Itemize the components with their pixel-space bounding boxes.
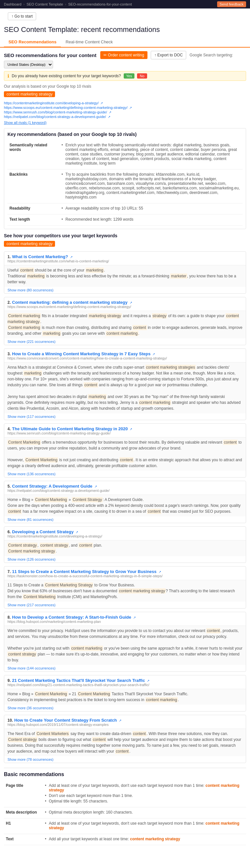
- result-show-more-3[interactable]: Show more (117 occurrences): [4, 413, 246, 420]
- result-excerpt-7: 11 Steps to Create a Content Marketing S…: [4, 580, 246, 602]
- basic-recommendations-section: Basic recommendations Page title Add at …: [4, 768, 246, 845]
- yes-button[interactable]: Yes: [124, 73, 135, 79]
- textlength-content: Recommended text length: 1299 words: [60, 215, 243, 225]
- result-show-more-8[interactable]: Show more (144 occurrences): [4, 665, 246, 672]
- tab-realtime-check[interactable]: Real-time Content Check: [61, 37, 117, 48]
- show-rivals-link[interactable]: Show all rivals (1 keyword): [4, 121, 46, 125]
- backlinks-row: Backlinks Try to acquire backlinks from …: [7, 169, 243, 204]
- result-item-4: 4. The Ultimate Guide to Content Marketi…: [4, 424, 246, 477]
- rival-link-1[interactable]: https://contentmarketinginstitute.com/de…: [4, 101, 99, 105]
- result-url-9: https://neilpatel.com/blog/21-content-ma…: [4, 683, 246, 689]
- tab-seo-recommendations[interactable]: SEO Recommendations: [4, 37, 61, 48]
- result-link-1[interactable]: What is Content Marketing?: [12, 254, 68, 259]
- meta-desc-label: Meta description: [4, 807, 43, 818]
- result-item-3: 3. How to Create a Winning Content Marke…: [4, 348, 246, 420]
- result-link-4[interactable]: The Ultimate Guide to Content Marketing …: [12, 426, 128, 431]
- analysis-note: Our analysis is based on your Google top…: [4, 84, 246, 89]
- result-item-10: 10. How to Create Your Content Strategy …: [4, 715, 246, 763]
- result-link-10[interactable]: How to Create Your Content Strategy From…: [14, 718, 117, 723]
- page-title: SEO Content Template: recent recommendat…: [4, 25, 246, 34]
- result-num-10: 10.: [7, 718, 13, 723]
- result-show-more-1[interactable]: Show more (80 occurrences): [4, 287, 246, 293]
- basic-rec-table: Page title Add at least one of your targ…: [4, 781, 246, 845]
- result-link-3[interactable]: How to Create a Winning Content Marketin…: [12, 351, 150, 356]
- result-num-1: 1.: [7, 254, 11, 259]
- breadcrumb-sct[interactable]: SEO Content Template: [27, 2, 63, 6]
- result-show-more-7[interactable]: Show more (217 occurrences): [4, 602, 246, 608]
- page-header: SEO Content Template: recent recommendat…: [0, 24, 250, 37]
- result-item-2: 2. Content marketing: defining a content…: [4, 297, 246, 345]
- text-label: Text: [4, 834, 43, 845]
- info-box: ℹ Do you already have existing content f…: [4, 71, 246, 81]
- topbar: Dashboard › SEO Content Template › SEO-r…: [0, 0, 250, 8]
- result-item-8: 8. How to Develop a Content Strategy: A …: [4, 612, 246, 672]
- key-recommendations-section: Key recommendations (based on your Googl…: [4, 128, 246, 229]
- result-excerpt-2: Content marketing fits in a broader inte…: [4, 311, 246, 338]
- breadcrumb: Dashboard › SEO Content Template › SEO-r…: [4, 2, 132, 6]
- feedback-button[interactable]: Send feedback: [217, 1, 246, 7]
- result-link-7[interactable]: 11 Steps to Create a Content Marketing S…: [12, 569, 156, 574]
- result-url-8: https://blog.hubspot.com/marketing/conte…: [4, 620, 246, 625]
- text-content: Add all your target keywords at least on…: [43, 834, 246, 845]
- recommendations-header: SEO recommendations for your content ✏ O…: [4, 51, 246, 68]
- sem-content: Enrich your text with the following sema…: [60, 140, 243, 169]
- result-excerpt-1: Useful content should be at the core of …: [4, 265, 246, 287]
- google-targeting-select[interactable]: United States (Desktop): [4, 61, 53, 68]
- result-show-more-9[interactable]: Show more (36 occurrences): [4, 705, 246, 711]
- result-num-5: 5.: [7, 484, 11, 489]
- go-to-start-button[interactable]: ↑ Go to start: [8, 12, 36, 20]
- rival-link-2[interactable]: https://www.scoops.eu/content-marketing/…: [4, 105, 128, 110]
- readability-content: Average readability score of top 10 URLs…: [60, 204, 243, 215]
- key-rec-title: Key recommendations (based on your Googl…: [7, 132, 243, 137]
- rec-table: Semantically related words Enrich your t…: [7, 140, 243, 225]
- result-url-1: https://contentmarketinginstitute.com/wh…: [4, 259, 246, 265]
- result-link-9[interactable]: 21 Content Marketing Tactics That'll Sky…: [12, 678, 145, 683]
- readability-label: Readability: [7, 204, 60, 215]
- result-num-7: 7.: [7, 569, 11, 574]
- result-show-more-10[interactable]: Show more (78 occurrences): [4, 756, 246, 763]
- readability-row: Readability Average readability score of…: [7, 204, 243, 215]
- result-item-5: 5. Content Strategy: A Development Guide…: [4, 481, 246, 523]
- result-excerpt-5: Home » Blog » Content Marketing » Conten…: [4, 494, 246, 516]
- backlinks-label: Backlinks: [7, 169, 60, 204]
- info-box-text: Do you already have existing content for…: [12, 74, 121, 78]
- basic-rec-h1-row: H1 Add at least one of your target keywo…: [4, 818, 246, 834]
- result-link-5[interactable]: Content Strategy: A Development Guide: [12, 484, 93, 489]
- result-url-10: https://blog.hubspot.com/2019/11/07/cont…: [4, 723, 246, 728]
- competitor-section: See how your competitors use your target…: [4, 233, 246, 763]
- result-show-more-2[interactable]: Show more (221 occurrences): [4, 338, 246, 345]
- result-link-8[interactable]: How to Develop a Content Strategy: A Sta…: [12, 615, 131, 620]
- result-num-9: 9.: [7, 678, 11, 683]
- result-num-8: 8.: [7, 615, 11, 620]
- result-show-more-4[interactable]: Show more (136 occurrences): [4, 471, 246, 477]
- rival-url-2: https://www.scoops.eu/content-marketing/…: [4, 105, 246, 110]
- rival-url-3: https://www.semrush.com/blog/content-mar…: [4, 110, 246, 114]
- textlength-row: Text length Recommended text length: 129…: [7, 215, 243, 225]
- result-link-2[interactable]: Content marketing: defining a content ma…: [12, 300, 128, 305]
- rival-url-4: https://neilpatel.com/blog/content-strat…: [4, 115, 246, 119]
- competitor-keyword-tag: content marketing strategy: [4, 241, 55, 247]
- result-item-6: 6. Developing a Content Strategy ↗ https…: [4, 526, 246, 563]
- rival-link-4[interactable]: https://neilpatel.com/blog/content-strat…: [4, 115, 106, 119]
- result-show-more-6[interactable]: Show more (126 occurrences): [4, 556, 246, 563]
- result-url-4: https://www.semrush.com/blog/content-mar…: [4, 431, 246, 437]
- basic-rec-title: Basic recommendations: [4, 772, 246, 777]
- page-title-label: Page title: [4, 781, 43, 807]
- rival-link-3[interactable]: https://www.semrush.com/blog/content-mar…: [4, 110, 107, 114]
- result-excerpt-10: The Next Era of Content Marketers say th…: [4, 728, 246, 756]
- result-item-1: 1. What is Content Marketing? ↗ https://…: [4, 251, 246, 294]
- no-button[interactable]: No: [137, 73, 147, 79]
- page-title-content: Add at least one of your target keywords…: [43, 781, 246, 807]
- result-excerpt-4: Content Marketing offers a tremendous op…: [4, 437, 246, 471]
- sem-label: Semantically related words: [7, 140, 60, 169]
- result-num-6: 6.: [7, 530, 11, 534]
- result-show-more-5[interactable]: Show more (81 occurrences): [4, 516, 246, 523]
- result-item-7: 7. 11 Steps to Create a Content Marketin…: [4, 566, 246, 609]
- result-link-6[interactable]: Developing a Content Strategy: [12, 529, 74, 534]
- order-content-button[interactable]: ✏ Order content writing: [100, 51, 147, 59]
- content-area: SEO recommendations for your content ✏ O…: [0, 48, 250, 848]
- export-doc-button[interactable]: ↑ Export to DOC: [151, 51, 186, 59]
- result-num-4: 4.: [7, 427, 11, 431]
- result-url-6: https://contentmarketinginstitute.com/de…: [4, 534, 246, 540]
- breadcrumb-dashboard[interactable]: Dashboard: [4, 2, 22, 6]
